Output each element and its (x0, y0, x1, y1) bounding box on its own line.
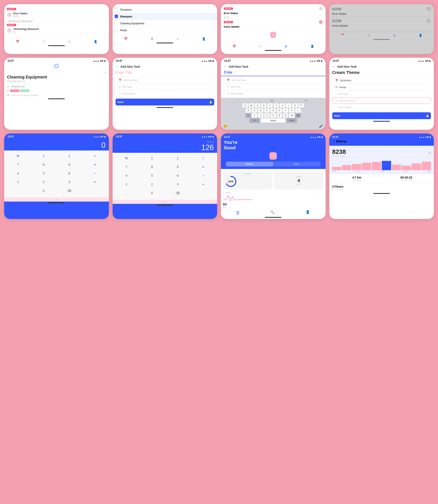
nav-grid-icon[interactable]: ⊞ (68, 40, 70, 43)
key-e[interactable]: E (255, 103, 260, 108)
add-button[interactable]: + (270, 32, 276, 38)
key-shift[interactable]: ⇧ (246, 113, 251, 118)
health-add-btn[interactable]: + (269, 152, 277, 160)
health-nav-home[interactable]: ⊞ (236, 210, 239, 214)
calc-9[interactable]: 9 (57, 161, 81, 168)
checkbox-cleaning[interactable] (115, 22, 118, 25)
key-c[interactable]: C (264, 113, 270, 118)
calc-6[interactable]: 6 (57, 170, 81, 177)
calc-7[interactable]: 7 (6, 161, 30, 168)
key-k[interactable]: K (289, 108, 295, 113)
checkbox-pasta[interactable] (115, 28, 118, 32)
key-s[interactable]: S (252, 108, 257, 113)
calc-add-2[interactable]: + (191, 181, 216, 188)
key-h[interactable]: H (277, 108, 282, 113)
nav-list-4[interactable]: ☰ (368, 34, 370, 37)
key-q[interactable]: Q (242, 103, 248, 108)
calc-dot[interactable]: . (6, 187, 30, 195)
calc-percent[interactable]: % (6, 152, 30, 160)
calc-7b[interactable]: 7 (114, 163, 139, 171)
down-arrow-btn[interactable]: ↓ (54, 64, 58, 68)
calc-8b[interactable]: 8 (140, 163, 164, 171)
calc-8[interactable]: 8 (32, 161, 56, 168)
date-field-cream[interactable]: 📅 2019/04/04 (332, 77, 431, 83)
tags-field[interactable]: 🏷 Add Tags (116, 84, 214, 90)
calc-0[interactable]: 0 (32, 187, 56, 195)
calc-sub[interactable]: − (83, 170, 107, 177)
calc-lparen-2[interactable]: ( (140, 154, 164, 162)
nav-list-3[interactable]: ☰ (259, 45, 262, 48)
nav-calendar-icon[interactable]: 📅 (16, 40, 19, 43)
key-delete[interactable]: ⌫ (295, 113, 301, 118)
calc-9b[interactable]: 9 (165, 163, 190, 171)
export-field[interactable]: ☰ Export to Server (332, 98, 431, 103)
calc-2[interactable]: 2 (32, 178, 56, 186)
key-n[interactable]: N (283, 113, 288, 118)
save-button-cream[interactable]: Save 💾 (332, 112, 431, 119)
filter-icon[interactable]: ⊟ (428, 151, 431, 155)
walking-back-arrow[interactable]: ← (332, 140, 335, 143)
nav-list-icon-2[interactable]: ☰ (151, 37, 153, 40)
key-f[interactable]: F (264, 108, 270, 113)
emoji-icon[interactable]: 😊 (223, 124, 228, 128)
checkbox-shampoo[interactable]: ✓ (115, 15, 118, 18)
calc-div-2[interactable]: ÷ (191, 154, 216, 162)
suggestion-2[interactable]: the (271, 99, 274, 102)
back-arrow[interactable]: ← (116, 65, 119, 69)
calc-del-2[interactable]: ⌫ (165, 189, 190, 197)
key-t[interactable]: T (267, 103, 273, 108)
key-space[interactable]: space (261, 118, 285, 123)
key-d[interactable]: D (258, 108, 263, 113)
tags-field-3[interactable]: 🏷 Add Tags (224, 84, 323, 90)
key-j[interactable]: J (283, 108, 288, 113)
calc-mul-2[interactable]: × (191, 163, 216, 171)
calc-3b[interactable]: 3 (165, 181, 190, 188)
back-arrow-4[interactable]: ← (332, 65, 336, 69)
nav-person-4[interactable]: 👤 (419, 34, 422, 37)
due-date-field[interactable]: 📅 Add Due Date (116, 77, 214, 83)
subtask-field[interactable]: ☰ Add Subtask (116, 91, 214, 97)
calc-1b[interactable]: 1 (114, 181, 139, 188)
calc-mul[interactable]: × (83, 161, 107, 168)
calc-1[interactable]: 1 (6, 178, 30, 186)
mic-icon[interactable]: 🎤 (319, 124, 323, 128)
title-typed[interactable]: Crea (221, 69, 326, 76)
key-123[interactable]: 123 (250, 118, 260, 123)
nav-grid-4[interactable]: ⊞ (393, 34, 396, 37)
nav-cal-4[interactable]: 📅 (341, 34, 344, 37)
key-l[interactable]: L (295, 108, 301, 113)
calc-dot-2[interactable]: . (114, 189, 139, 197)
key-i[interactable]: I (286, 103, 291, 108)
calc-lparen[interactable]: ( (32, 152, 56, 160)
calc-percent-2[interactable]: % (114, 154, 139, 162)
suggestion-3[interactable]: I'm (305, 99, 307, 102)
key-x[interactable]: X (258, 113, 263, 118)
add-subtask-field-cream[interactable]: + Add Subtask (332, 104, 431, 110)
key-g[interactable]: G (270, 108, 276, 113)
tab-water[interactable]: Water (273, 162, 320, 166)
nav-grid-3[interactable]: ⊞ (285, 45, 287, 48)
health-nav-profile[interactable]: 👤 (306, 210, 310, 214)
key-y[interactable]: Y (274, 103, 279, 108)
calc-5[interactable]: 5 (32, 170, 56, 177)
key-r[interactable]: R (261, 103, 266, 108)
calc-2b[interactable]: 2 (140, 181, 164, 188)
back-arrow-3[interactable]: ← (224, 65, 227, 69)
detail-subtask-row[interactable]: ☰ Click here to add a subtask (4, 93, 109, 98)
title-input-r2p2[interactable]: Enter Title (113, 69, 217, 76)
calc-4[interactable]: 4 (6, 170, 30, 177)
edit-icon[interactable]: ✏ (104, 70, 106, 74)
calc-del[interactable]: ⌫ (57, 187, 81, 195)
health-nav-search[interactable]: 🔍 (270, 210, 274, 214)
key-u[interactable]: U (280, 103, 285, 108)
calc-div[interactable]: ÷ (83, 152, 107, 160)
key-z[interactable]: Z (252, 113, 257, 118)
nav-person-icon[interactable]: 👤 (94, 40, 97, 43)
checkbox-tomatoes[interactable] (115, 8, 118, 11)
nav-person-icon-2[interactable]: 👤 (202, 37, 206, 40)
key-v[interactable]: V (270, 113, 276, 118)
nav-person-3[interactable]: 👤 (310, 45, 314, 48)
key-o[interactable]: O (292, 103, 298, 108)
calc-rparen-2[interactable]: ) (165, 154, 190, 162)
tag-design-field[interactable]: 🏷 Design (332, 84, 431, 90)
